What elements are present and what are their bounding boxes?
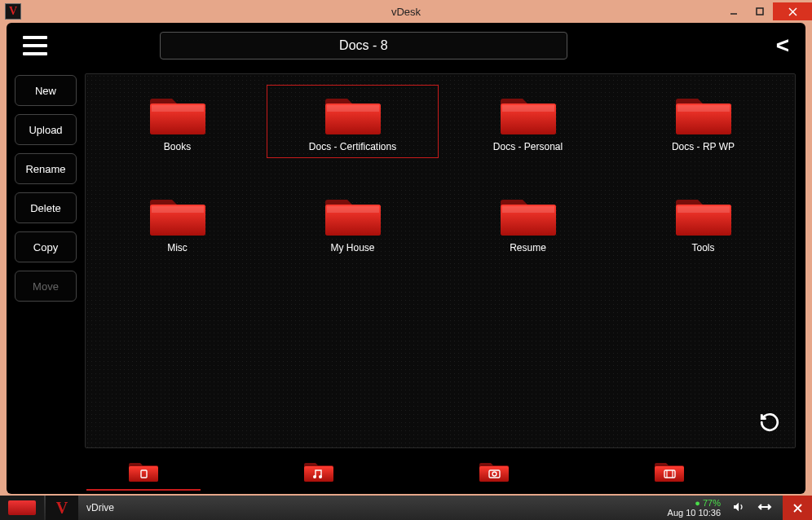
svg-rect-9 — [327, 206, 379, 213]
svg-rect-7 — [677, 105, 730, 112]
path-display[interactable]: Docs - 8 — [160, 32, 567, 59]
folder-label: Docs - Personal — [493, 141, 563, 152]
folder-grid-area[interactable]: Books Docs - Certifications Docs - Perso… — [85, 73, 796, 448]
window-controls — [721, 2, 812, 20]
folder-label: Resume — [510, 242, 546, 253]
menu-button[interactable] — [23, 36, 47, 55]
new-button[interactable]: New — [15, 75, 77, 106]
tab-camera[interactable] — [413, 459, 576, 488]
upload-button[interactable]: Upload — [15, 114, 77, 145]
svg-rect-5 — [327, 105, 379, 112]
svg-rect-4 — [152, 105, 204, 112]
delete-button[interactable]: Delete — [15, 192, 77, 223]
folder-label: Misc — [167, 242, 188, 253]
folder-label: Tools — [691, 242, 714, 253]
taskbar-close-button[interactable] — [783, 496, 812, 520]
copy-button[interactable]: Copy — [15, 231, 77, 262]
folder-item[interactable]: Docs - RP WP — [620, 87, 787, 156]
expand-icon[interactable] — [757, 502, 773, 514]
folder-item[interactable]: Resume — [444, 188, 611, 257]
svg-point-13 — [313, 475, 316, 478]
top-bar: Docs - 8 < — [7, 23, 805, 68]
folder-item[interactable]: My House — [269, 188, 436, 257]
svg-rect-10 — [502, 206, 554, 213]
content-row: New Upload Rename Delete Copy Move Books — [7, 68, 805, 453]
window-title: vDesk — [0, 6, 812, 18]
tab-video[interactable] — [588, 459, 751, 488]
folder-item[interactable]: Docs - Certifications — [269, 87, 436, 156]
folder-label: Books — [164, 141, 191, 152]
refresh-button[interactable] — [759, 412, 780, 436]
close-button[interactable] — [773, 2, 812, 20]
svg-point-14 — [319, 475, 322, 478]
sidebar: New Upload Rename Delete Copy Move — [7, 68, 85, 453]
svg-rect-8 — [152, 206, 204, 213]
folder-item[interactable]: Tools — [620, 188, 787, 257]
folder-label: Docs - RP WP — [672, 141, 735, 152]
svg-rect-11 — [677, 206, 730, 213]
taskbar-app-icon[interactable] — [0, 496, 44, 520]
folder-item[interactable]: Docs - Personal — [444, 87, 611, 156]
back-button[interactable]: < — [776, 33, 789, 59]
battery-status: ● 77% Aug 10 10:36 — [668, 498, 721, 518]
svg-rect-1 — [757, 8, 763, 15]
os-titlebar: V vDesk — [0, 0, 812, 23]
app-icon: V — [5, 3, 21, 20]
folder-item[interactable]: Books — [94, 87, 261, 156]
folder-label: My House — [330, 242, 374, 253]
svg-rect-6 — [502, 105, 554, 112]
move-button[interactable]: Move — [15, 271, 77, 302]
bottom-tabs — [7, 453, 805, 494]
rename-button[interactable]: Rename — [15, 153, 77, 184]
taskbar: V vDrive ● 77% Aug 10 10:36 — [0, 496, 812, 520]
maximize-button[interactable] — [747, 2, 773, 20]
tab-music[interactable] — [237, 459, 400, 488]
volume-icon[interactable] — [730, 500, 747, 516]
tab-doc[interactable] — [62, 459, 225, 488]
minimize-button[interactable] — [721, 2, 747, 20]
folder-item[interactable]: Misc — [94, 188, 261, 257]
taskbar-app-name: vDrive — [86, 502, 114, 513]
folder-label: Docs - Certifications — [309, 141, 396, 152]
app-window: Docs - 8 < New Upload Rename Delete Copy… — [7, 23, 805, 494]
taskbar-v-icon[interactable]: V — [46, 496, 78, 520]
